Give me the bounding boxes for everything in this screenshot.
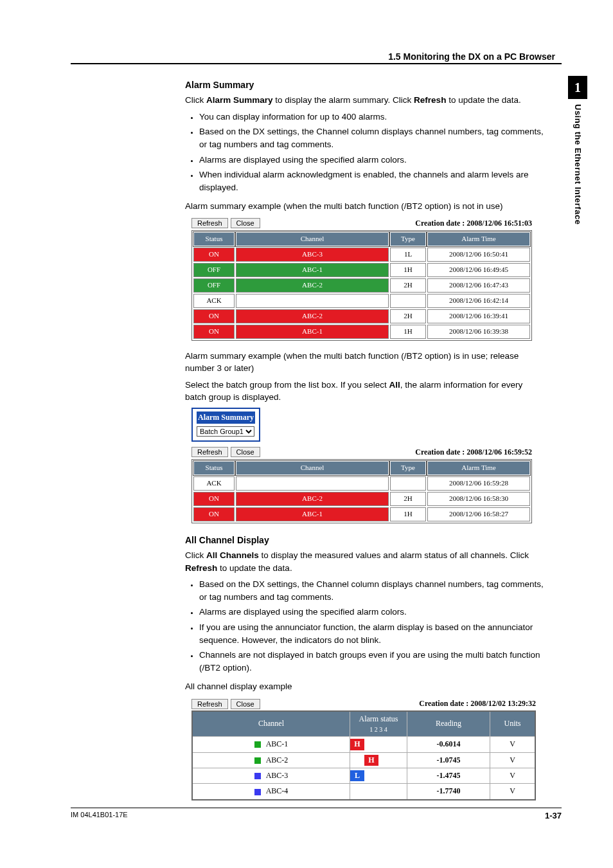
col-channel: Channel [236,461,389,475]
batch-group-select[interactable]: Batch Group1 [197,426,254,437]
table-row: ONABC-22H2008/12/06 16:39:41 [193,309,530,323]
all-channel-bullets: Based on the DX settings, the Channel co… [185,578,545,674]
table-row: OFFABC-11H2008/12/06 16:49:45 [193,263,530,277]
footer-doc-id: IM 04L41B01-17E [71,811,128,820]
alarm-badge: L [350,770,364,781]
selector-title: Alarm Summary [197,411,255,424]
main-content: Alarm Summary Click Alarm Summary to dis… [185,78,545,800]
close-button[interactable]: Close [231,699,260,709]
channel-color-icon [254,741,261,748]
table-row: ONABC-11H2008/12/06 16:58:27 [193,507,530,521]
list-item: When individual alarm acknowledgment is … [199,168,545,194]
close-button[interactable]: Close [231,218,260,228]
table-row: ONABC-22H2008/12/06 16:58:30 [193,492,530,506]
refresh-button[interactable]: Refresh [191,218,228,228]
refresh-button[interactable]: Refresh [191,447,228,457]
channel-color-icon [254,789,261,795]
alarm-badge: H [364,755,378,766]
close-button[interactable]: Close [231,447,260,457]
list-item: You can display information for up to 40… [199,111,545,123]
list-item: Based on the DX settings, the Channel co… [199,125,545,150]
all-channel-intro: Click All Channels to display the measur… [185,549,545,574]
alarm-summary-heading: Alarm Summary [185,78,545,91]
table-row: ACK2008/12/06 16:42:14 [193,294,530,308]
table-row: ABC-2 H -1.0745 V [192,752,535,768]
list-item: Alarms are displayed using the specified… [199,154,545,167]
page-footer: IM 04L41B01-17E 1-37 [71,808,562,820]
table-row: ACK2008/12/06 16:59:28 [193,476,530,491]
col-alarm-status: Alarm status1 2 3 4 [350,711,407,736]
col-status: Status [193,232,235,246]
table-row: ONABC-11H2008/12/06 16:39:38 [193,325,530,339]
chapter-number: 1 [568,76,587,99]
all-channel-table: Channel Alarm status1 2 3 4 Reading Unit… [191,710,536,800]
example2-text: Select the batch group from the list box… [185,379,545,404]
col-time: Alarm Time [427,461,530,475]
table-row: ABC-1 H -0.6014 V [192,737,535,752]
col-status: Status [193,461,235,475]
col-time: Alarm Time [427,232,530,246]
channel-color-icon [254,757,261,764]
section-title: 1.5 Monitoring the DX on a PC Browser [388,51,555,62]
example1-caption: Alarm summary example (when the multi ba… [185,200,545,213]
list-item: Based on the DX settings, the Channel co… [199,578,545,603]
col-type: Type [390,461,426,475]
chapter-tab: 1 Using the Ethernet Interface [568,76,587,224]
col-units: Units [490,711,536,736]
list-item: If you are using the annunciator functio… [199,621,545,646]
alarm-table-2: Status Channel Type Alarm Time ACK2008/1… [191,459,532,523]
table-row: ABC-4 -1.7740 V [192,784,535,800]
header-rule [71,63,562,64]
creation-date: Creation date : 2008/12/02 13:29:32 [419,698,536,709]
all-channel-heading: All Channel Display [185,534,545,547]
example2-caption: Alarm summary example (when the multi ba… [185,350,545,375]
alarm-summary-intro: Click Alarm Summary to display the alarm… [185,94,545,107]
list-item: Alarms are displayed using the specified… [199,606,545,619]
channel-color-icon [254,773,261,779]
table-row: ABC-3 L -1.4745 V [192,768,535,783]
footer-page-number: 1-37 [545,811,562,820]
toolbar: Refresh Close Creation date : 2008/12/06… [191,447,532,458]
col-type: Type [390,232,426,246]
chapter-title: Using the Ethernet Interface [573,104,583,224]
col-channel: Channel [192,711,350,736]
refresh-button[interactable]: Refresh [191,699,228,709]
table-row: OFFABC-22H2008/12/06 16:47:43 [193,278,530,293]
alarm-table-1: Status Channel Type Alarm Time ONABC-31L… [191,230,532,341]
creation-date: Creation date : 2008/12/06 16:51:03 [415,218,532,229]
table-row: ONABC-31L2008/12/06 16:50:41 [193,248,530,262]
list-item: Channels are not displayed in batch grou… [199,649,545,674]
col-reading: Reading [407,711,490,736]
alarm-badge: H [350,739,364,750]
col-channel: Channel [236,232,389,246]
all-channel-example-caption: All channel display example [185,680,545,693]
toolbar: Refresh Close Creation date : 2008/12/02… [191,698,536,709]
batch-selector-box: Alarm Summary Batch Group1 [191,408,260,442]
toolbar: Refresh Close Creation date : 2008/12/06… [191,218,532,229]
alarm-summary-bullets: You can display information for up to 40… [185,111,545,194]
creation-date: Creation date : 2008/12/06 16:59:52 [415,447,532,458]
